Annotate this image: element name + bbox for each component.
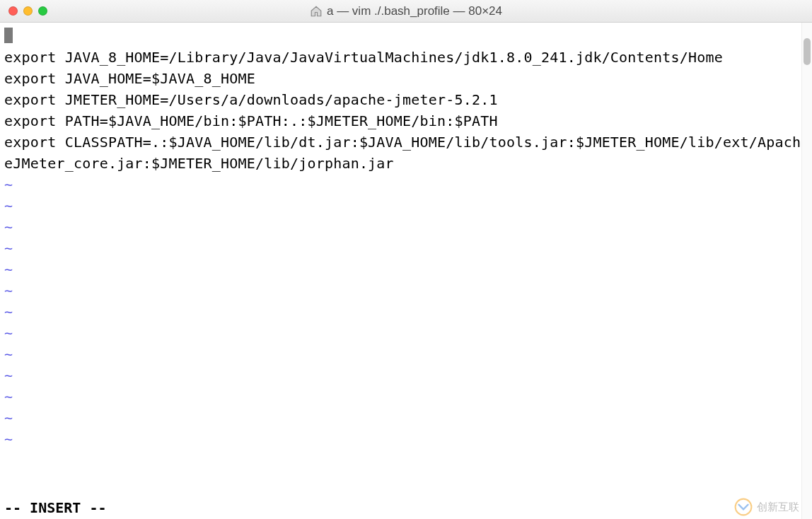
editor-line: export JMETER_HOME=/Users/a/downloads/ap… [4,89,808,110]
watermark: 创新互联 [734,498,799,516]
close-button[interactable] [8,6,18,16]
vim-empty-line: ~ [4,259,808,280]
vim-status-mode: -- INSERT -- [4,499,107,516]
zoom-button[interactable] [38,6,47,16]
watermark-logo-icon [734,498,753,516]
vim-empty-line: ~ [4,365,808,386]
vim-empty-line: ~ [4,386,808,407]
text-cursor [4,28,13,43]
minimize-button[interactable] [23,6,33,16]
vim-empty-line: ~ [4,280,808,301]
window-title: a — vim ./.bash_profile — 80×24 [327,4,502,18]
editor-line: export PATH=$JAVA_HOME/bin:$PATH:.:$JMET… [4,110,808,132]
editor-line: export JAVA_8_HOME=/Library/Java/JavaVir… [4,47,808,68]
titlebar: a — vim ./.bash_profile — 80×24 [0,0,812,23]
editor-line: export JAVA_HOME=$JAVA_8_HOME [4,68,808,89]
vim-empty-line: ~ [4,238,808,259]
scrollbar-vertical[interactable] [801,23,812,519]
window-controls [0,6,47,16]
vim-empty-line: ~ [4,322,808,344]
vim-empty-line: ~ [4,407,808,428]
vim-empty-line: ~ [4,428,808,450]
scrollbar-thumb[interactable] [804,38,811,65]
vim-empty-line: ~ [4,301,808,322]
editor-line: export CLASSPATH=.:$JAVA_HOME/lib/dt.jar… [4,132,808,174]
watermark-text: 创新互联 [757,501,799,514]
window-title-wrapper: a — vim ./.bash_profile — 80×24 [0,4,812,18]
editor-area[interactable]: export JAVA_8_HOME=/Library/Java/JavaVir… [0,23,812,450]
vim-empty-line: ~ [4,344,808,365]
vim-empty-line: ~ [4,216,808,238]
svg-point-0 [736,499,752,515]
vim-empty-line: ~ [4,174,808,195]
vim-empty-line: ~ [4,195,808,216]
home-icon [310,5,323,18]
